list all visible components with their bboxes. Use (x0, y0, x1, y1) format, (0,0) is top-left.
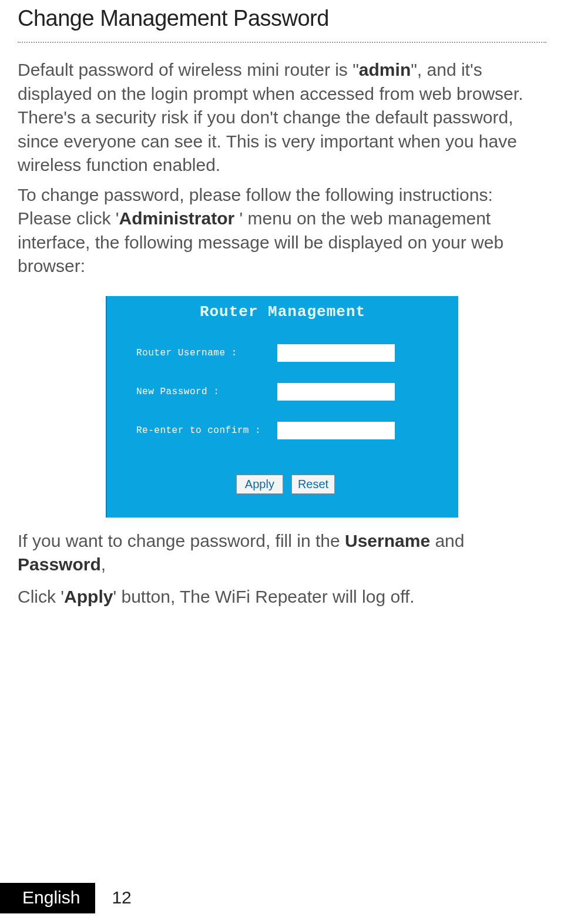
input-confirm-password[interactable] (277, 422, 395, 439)
row-confirm-password: Re-enter to confirm : (136, 422, 435, 439)
page-title: Change Management Password (18, 6, 546, 31)
text-span: ' button, The WiFi Repeater will log off… (113, 587, 414, 606)
text-span: , (101, 555, 106, 574)
post-paragraph-1: If you want to change password, fill in … (18, 529, 546, 577)
text-span: and (430, 531, 464, 550)
reset-button[interactable]: Reset (291, 475, 335, 494)
label-confirm-password: Re-enter to confirm : (136, 425, 277, 436)
router-form: Router Username : New Password : Re-ente… (107, 324, 458, 500)
text-span: Click ' (18, 587, 64, 606)
input-router-username[interactable] (277, 344, 395, 362)
label-new-password: New Password : (136, 387, 277, 397)
password-bold: Password (18, 555, 101, 574)
button-row: Apply Reset (136, 475, 435, 494)
input-new-password[interactable] (277, 383, 395, 401)
intro-paragraph-2: To change password, please follow the fo… (18, 183, 546, 278)
router-management-panel: Router Management Router Username : New … (106, 296, 458, 518)
username-bold: Username (345, 531, 430, 550)
administrator-menu-label: Administrator (119, 209, 234, 228)
panel-title: Router Management (107, 296, 458, 324)
apply-bold: Apply (64, 587, 113, 606)
default-password-value: admin (359, 60, 411, 79)
divider (18, 42, 546, 43)
text-span: If you want to change password, fill in … (18, 531, 345, 550)
footer-language: English (0, 883, 95, 913)
text-span: Default password of wireless mini router… (18, 60, 359, 79)
row-username: Router Username : (136, 344, 435, 362)
label-router-username: Router Username : (136, 348, 277, 358)
footer-page-number: 12 (95, 883, 131, 913)
intro-paragraph-1: Default password of wireless mini router… (18, 58, 546, 177)
post-paragraph-2: Click 'Apply' button, The WiFi Repeater … (18, 585, 546, 609)
footer: English 12 (0, 883, 132, 913)
row-new-password: New Password : (136, 383, 435, 401)
apply-button[interactable]: Apply (236, 475, 283, 494)
